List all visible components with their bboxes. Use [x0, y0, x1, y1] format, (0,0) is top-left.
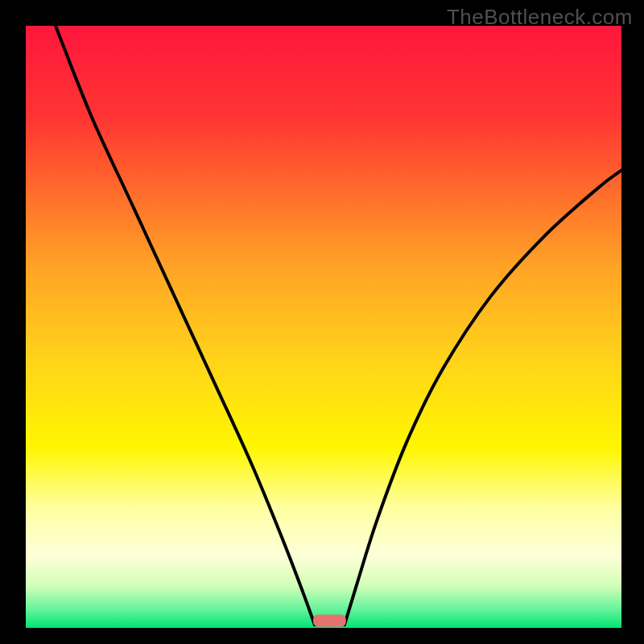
- chart-canvas: TheBottleneck.com: [0, 0, 644, 644]
- bottleneck-marker: [313, 615, 346, 627]
- watermark-text: TheBottleneck.com: [447, 5, 633, 30]
- plot-area: [26, 26, 621, 628]
- gradient-background: [26, 26, 621, 628]
- chart-svg: [0, 0, 644, 644]
